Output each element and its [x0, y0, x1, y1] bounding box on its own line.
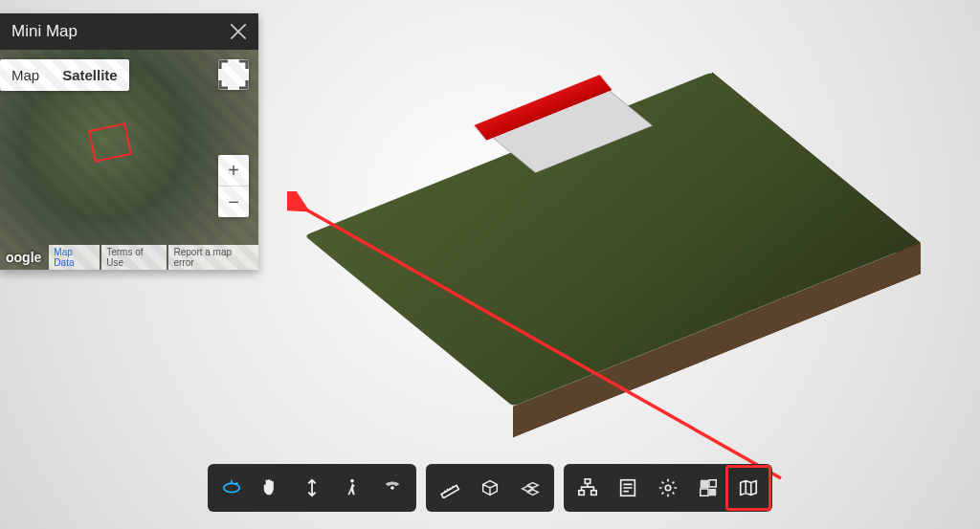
section-icon[interactable]: [470, 468, 510, 508]
link-report[interactable]: Report a map error: [168, 245, 258, 270]
viewer-toolbar: [208, 464, 772, 512]
minimap-title: Mini Map: [11, 22, 78, 41]
map-type-satellite[interactable]: Satellite: [51, 59, 129, 91]
svg-point-8: [665, 485, 671, 491]
zoom-in-button[interactable]: +: [218, 155, 249, 186]
svg-rect-3: [441, 485, 458, 497]
link-terms[interactable]: Terms of Use: [101, 245, 167, 270]
toolbar-group-tools: [426, 464, 554, 512]
fullscreen-icon[interactable]: [688, 468, 728, 508]
google-logo: oogle: [0, 247, 47, 268]
properties-icon[interactable]: [608, 468, 648, 508]
walk-icon[interactable]: [332, 468, 372, 508]
measure-icon[interactable]: [430, 468, 470, 508]
svg-rect-6: [591, 491, 597, 496]
svg-point-1: [224, 483, 240, 492]
pan-icon[interactable]: [252, 468, 292, 508]
map-type-switch: Map Satellite: [0, 59, 129, 91]
link-map-data[interactable]: Map Data: [49, 245, 100, 270]
minimap-panel: Mini Map Map Satellite + − oogle Map Dat…: [0, 13, 258, 270]
location-marker: [88, 122, 132, 163]
orbit-icon[interactable]: [212, 468, 252, 508]
map-icon[interactable]: [725, 465, 771, 511]
zoom-out-button[interactable]: −: [218, 186, 249, 217]
model-viewport[interactable]: [287, 19, 938, 459]
minimap-canvas[interactable]: Map Satellite + − oogle Map Data Terms o…: [0, 50, 258, 270]
map-type-map[interactable]: Map: [0, 59, 51, 91]
updown-icon[interactable]: [292, 468, 332, 508]
fov-icon[interactable]: [372, 468, 412, 508]
map-attribution: oogle Map Data Terms of Use Report a map…: [0, 245, 258, 270]
tree-icon[interactable]: [568, 468, 608, 508]
svg-rect-4: [585, 479, 590, 484]
svg-point-2: [350, 479, 354, 483]
gear-icon[interactable]: [648, 468, 688, 508]
zoom-controls: + −: [218, 155, 249, 217]
toolbar-group-nav: [208, 464, 416, 512]
fullscreen-icon[interactable]: [218, 59, 249, 90]
toolbar-group-panels: [564, 464, 772, 512]
close-icon[interactable]: [230, 23, 247, 40]
svg-rect-5: [579, 491, 585, 496]
explode-icon[interactable]: [510, 468, 550, 508]
